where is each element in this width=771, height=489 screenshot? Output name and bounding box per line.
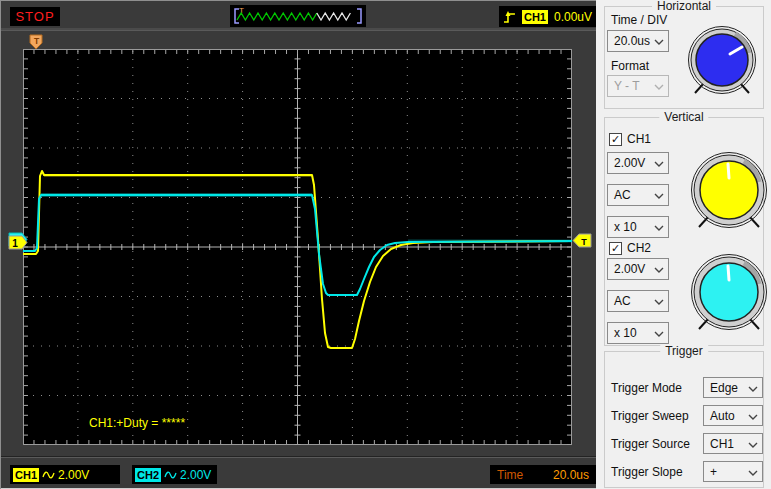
ch1-volts-select[interactable]: 2.00V [607, 152, 669, 174]
chevron-down-icon [748, 386, 758, 392]
rising-edge-trigger-icon [503, 9, 516, 25]
waveform-display-region: T 1 T CH1:+Duty = ***** [1, 30, 597, 457]
vertical-group-title: Vertical [659, 110, 708, 124]
ch1-vertical-knob[interactable] [687, 148, 771, 232]
ac-wave-icon [42, 469, 55, 481]
waveform-plot[interactable] [23, 49, 572, 445]
ch1-checkbox-label: CH1 [627, 132, 651, 146]
ch2-enable-checkbox[interactable]: ✓ CH2 [609, 241, 651, 255]
trigger-mode-label: Trigger Mode [611, 381, 682, 395]
trigger-source-label: Trigger Source [611, 437, 690, 451]
time-div-select[interactable]: 20.0us [607, 30, 669, 52]
svg-text:1: 1 [12, 238, 18, 249]
chevron-down-icon [748, 442, 758, 448]
ch2-checkbox-label: CH2 [627, 241, 651, 255]
time-label: Time [497, 468, 523, 482]
ch1-scale-box[interactable]: CH1 2.00V [10, 465, 120, 484]
control-panel: Horizontal Time / DIV 20.0us Format Y - … [596, 0, 771, 489]
trigger-group-title: Trigger [660, 344, 708, 358]
trigger-mode-select[interactable]: Edge [703, 377, 763, 398]
time-div-label: Time / DIV [611, 13, 667, 27]
trigger-level-value: 0.00uV [554, 10, 592, 24]
chevron-down-icon [654, 193, 664, 199]
knob-indicator [728, 266, 729, 280]
chevron-down-icon [654, 267, 664, 273]
ac-wave-icon [164, 469, 177, 481]
chevron-down-icon [748, 414, 758, 420]
chevron-down-icon [654, 39, 664, 45]
format-value: Y - T [614, 79, 640, 93]
ch1-coupling-select[interactable]: AC [607, 184, 669, 206]
trigger-slope-select[interactable]: + [703, 461, 763, 482]
format-select: Y - T [607, 75, 669, 97]
time-div-value: 20.0us [614, 34, 650, 48]
timebase-box: Time 20.0us [490, 465, 596, 484]
trigger-slope-label: Trigger Slope [611, 465, 683, 479]
oscilloscope-app: STOP T CH1 0.00uV [0, 0, 771, 489]
measurement-readout: CH1:+Duty = ***** [89, 416, 185, 430]
ch2-volts-per-div: 2.00V [180, 468, 211, 482]
time-per-div-value: 20.0us [553, 468, 589, 482]
ch2-probe-select[interactable]: x 10 [607, 322, 669, 344]
checkbox-check-icon: ✓ [609, 242, 622, 255]
ch2-coupling-select[interactable]: AC [607, 290, 669, 312]
ch2-volts-select[interactable]: 2.00V [607, 258, 669, 280]
scope-area: STOP T CH1 0.00uV [0, 0, 596, 489]
trigger-level-marker[interactable]: T [572, 233, 592, 249]
chevron-down-icon [654, 161, 664, 167]
svg-text:T: T [34, 36, 40, 46]
trigger-source-select[interactable]: CH1 [703, 433, 763, 454]
ch1-badge: CH1 [13, 468, 39, 482]
chevron-down-icon [748, 470, 758, 476]
waveform-preview-thumbnail: T [230, 5, 366, 27]
scope-bottom-bar: CH1 2.00V CH2 2.00V Time 20.0us [1, 456, 597, 489]
checkbox-check-icon: ✓ [609, 133, 622, 146]
ch1-enable-checkbox[interactable]: ✓ CH1 [609, 132, 651, 146]
ch1-volts-per-div: 2.00V [58, 468, 89, 482]
trigger-sweep-select[interactable]: Auto [703, 405, 763, 426]
svg-text:T: T [581, 237, 587, 247]
chevron-down-icon [654, 225, 664, 231]
acquisition-status-box[interactable]: STOP [10, 7, 60, 26]
ch2-vertical-knob[interactable] [687, 250, 771, 334]
horizontal-timebase-knob[interactable] [684, 22, 760, 98]
ch2-scale-box[interactable]: CH2 2.00V [132, 465, 217, 484]
preview-right-bracket-icon [357, 9, 361, 23]
trigger-position-marker[interactable]: T [29, 34, 44, 51]
knob-indicator [728, 164, 729, 178]
chevron-down-icon [654, 299, 664, 305]
trigger-sweep-label: Trigger Sweep [611, 409, 689, 423]
trigger-source-badge: CH1 [522, 10, 548, 24]
chevron-down-icon [654, 331, 664, 337]
format-label: Format [611, 59, 649, 73]
waveform-preview-box[interactable]: T [230, 5, 366, 27]
scope-top-bar: STOP T CH1 0.00uV [1, 1, 597, 31]
ch2-badge: CH2 [135, 468, 161, 482]
ch1-probe-select[interactable]: x 10 [607, 216, 669, 238]
horizontal-group-title: Horizontal [652, 0, 716, 13]
chevron-down-icon [654, 84, 664, 90]
trigger-readout-box: CH1 0.00uV [499, 6, 596, 27]
stop-status-label: STOP [15, 9, 54, 24]
channel-level-marker[interactable]: 1 [8, 232, 28, 252]
